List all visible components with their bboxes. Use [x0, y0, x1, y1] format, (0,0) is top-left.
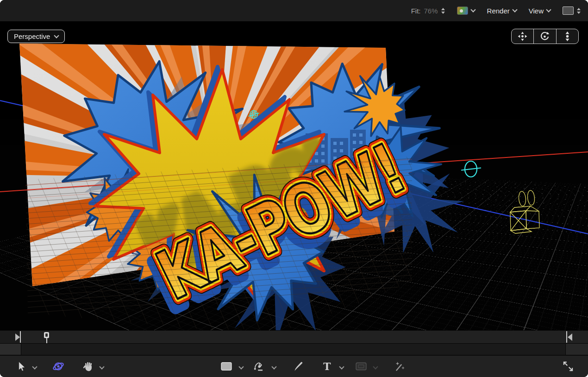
zoom-control[interactable]: Fit: 76% — [411, 7, 445, 15]
render-menu[interactable]: Render — [487, 7, 517, 15]
chevron-down-icon[interactable] — [339, 364, 344, 369]
hand-icon — [83, 361, 94, 372]
in-point-marker[interactable] — [20, 331, 21, 343]
dolly-3d-icon — [562, 31, 573, 42]
render-menu-label: Render — [487, 7, 510, 15]
camera-menu-label: Perspective — [14, 32, 50, 40]
selection-handle[interactable] — [461, 161, 481, 177]
chevron-down-icon[interactable] — [99, 364, 104, 369]
scroll-strip-right — [566, 344, 588, 355]
view-tools-group — [511, 29, 579, 44]
svg-text:T: T — [323, 361, 331, 372]
camera-wireframe[interactable] — [510, 190, 539, 233]
cursor-arrow-icon — [16, 361, 26, 372]
zoom-stepper-icon[interactable] — [441, 8, 445, 14]
canvas-layout-icon — [563, 6, 574, 15]
bezier-pen-icon — [254, 361, 265, 372]
dolly-3d-button[interactable] — [556, 29, 578, 44]
layout-stepper-icon[interactable] — [577, 8, 581, 14]
rectangle-mask-icon — [356, 362, 367, 371]
canvas-scene: KA-POW! KA-POW! KA-POW! KA-POW! KA-POW! … — [0, 22, 588, 330]
out-point-arrow-icon — [568, 333, 572, 341]
view-menu-label: View — [529, 7, 544, 15]
scroll-strip-left — [0, 344, 21, 355]
text-tool-button[interactable]: T — [322, 361, 332, 372]
magic-wand-icon — [394, 361, 406, 372]
pan-3d-button[interactable] — [512, 29, 533, 44]
color-display-control[interactable] — [457, 6, 475, 15]
transform-3d-tool-button[interactable] — [52, 360, 65, 372]
transform-3d-icon — [52, 360, 65, 372]
chevron-down-icon — [512, 7, 517, 12]
paint-stroke-tool-button[interactable] — [293, 361, 305, 372]
canvas-viewport[interactable]: KA-POW! KA-POW! KA-POW! KA-POW! KA-POW! … — [0, 22, 588, 330]
camera-menu[interactable]: Perspective — [7, 30, 65, 43]
chevron-down-icon — [54, 33, 59, 38]
chevron-down-icon[interactable] — [271, 364, 276, 369]
select-tool-button[interactable] — [16, 361, 26, 372]
zoom-value: 76% — [424, 7, 438, 15]
chevron-down-icon — [470, 7, 475, 12]
motion-window: Fit: 76% Render View — [0, 0, 588, 377]
out-point-marker[interactable] — [566, 331, 567, 343]
fit-label: Fit: — [411, 7, 421, 15]
chevron-down-icon[interactable] — [238, 364, 244, 369]
bottom-toolbar: T — [0, 355, 588, 377]
timeline-ruler[interactable] — [0, 330, 588, 343]
paint-brush-icon — [293, 361, 305, 372]
chevron-down-icon[interactable] — [32, 364, 37, 369]
pan-3d-icon — [517, 31, 528, 42]
orbit-3d-button[interactable] — [533, 29, 556, 44]
timeline-scrollbar[interactable] — [21, 344, 566, 355]
expand-view-button[interactable] — [563, 361, 574, 372]
orbit-3d-icon — [539, 31, 550, 42]
playhead-stem — [46, 338, 47, 343]
adjust-item-tool-button[interactable] — [394, 361, 406, 372]
pan-hand-tool-button[interactable] — [83, 361, 94, 372]
chevron-down-icon — [373, 364, 378, 369]
expand-diagonal-icon — [563, 361, 574, 372]
in-point-arrow-icon — [15, 333, 20, 341]
text-tool-icon: T — [322, 361, 332, 372]
bezier-pen-tool-button[interactable] — [254, 361, 265, 372]
top-toolbar: Fit: 76% Render View — [0, 0, 588, 22]
canvas-layout-control[interactable] — [563, 6, 581, 15]
view-menu[interactable]: View — [529, 7, 550, 15]
rectangle-mask-tool-button[interactable] — [356, 362, 367, 371]
timeline-scroll-strip — [0, 343, 588, 355]
rectangle-shape-icon — [221, 362, 232, 371]
color-swatch-icon — [457, 6, 468, 15]
rectangle-shape-tool-button[interactable] — [221, 362, 232, 371]
chevron-down-icon — [546, 7, 551, 12]
